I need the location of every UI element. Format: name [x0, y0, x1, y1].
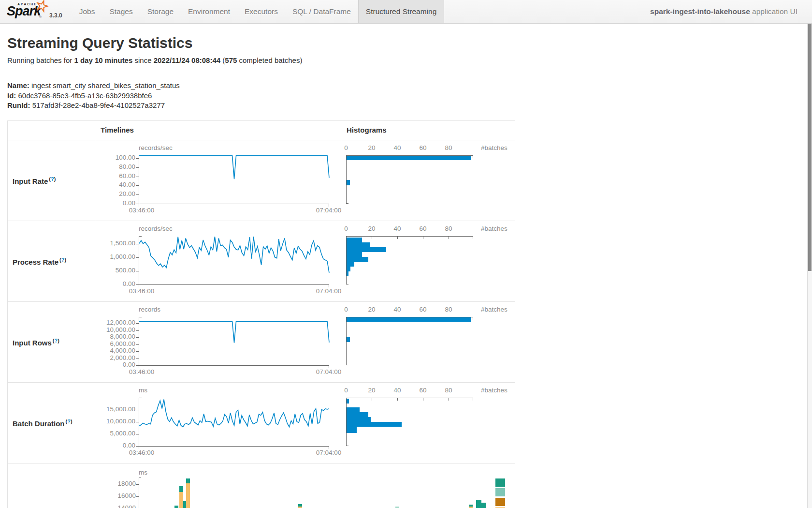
y-axis-tick: [136, 351, 139, 352]
help-link[interactable]: (?): [66, 418, 72, 424]
y-axis-tick: [136, 271, 139, 271]
table-body: Input Rate(?) records/sec 03:46:00 07:04…: [8, 140, 515, 463]
legend-swatch: [495, 488, 505, 496]
y-tick-label: 0.00: [95, 442, 135, 449]
y-axis-tick: [136, 177, 139, 177]
since-text: since: [132, 56, 153, 64]
timeline-line: [139, 237, 329, 273]
metric-label: Process Rate: [13, 258, 58, 266]
app-title-suffix: application UI: [750, 7, 798, 15]
histogram-bar: [347, 407, 360, 412]
histogram-bar: [347, 242, 370, 247]
batches-axis-label: #batches: [481, 225, 508, 232]
x-tick-label: 03:46:00: [125, 368, 158, 375]
axis-unit-label: ms: [139, 469, 147, 476]
tab-executors[interactable]: Executors: [237, 0, 285, 23]
metric-label-wrap: Process Rate(?): [13, 257, 66, 266]
batches-suffix: completed batches): [237, 56, 302, 64]
histogram-tick-label: 80: [439, 144, 458, 151]
x-axis-tick: [473, 398, 473, 401]
help-link[interactable]: (?): [53, 338, 59, 344]
y-axis-tick: [136, 167, 139, 168]
start-time: 2022/11/24 08:08:44: [154, 56, 220, 64]
running-duration: 1 day 10 minutes: [74, 56, 132, 64]
y-tick-label: 6,000.00: [95, 340, 135, 347]
histogram-bar: [347, 247, 386, 252]
timeline-chart: records 03:46:00 07:04:00 12,000.0010,00…: [95, 302, 341, 382]
tab-jobs[interactable]: Jobs: [72, 0, 102, 23]
histogram-bar: [347, 317, 471, 322]
y-tick-label: 14000: [95, 504, 136, 508]
stacked-bar-segment: [476, 500, 481, 508]
plot-area: [139, 155, 329, 204]
histogram-bar: [347, 399, 349, 403]
y-tick-label: 5,000.00: [95, 430, 135, 437]
histogram-tick-label: 80: [439, 306, 458, 313]
x-tick-label: 03:46:00: [125, 287, 158, 295]
help-link[interactable]: (?): [59, 257, 66, 263]
y-axis-tick: [136, 330, 139, 331]
y-axis-tick: [136, 446, 139, 447]
help-link[interactable]: (?): [49, 176, 56, 182]
timeline-line: [139, 156, 329, 179]
histogram-bar: [347, 267, 350, 271]
y-tick-label: 8,000.00: [95, 333, 135, 340]
x-tick-label: 03:46:00: [125, 449, 158, 456]
y-tick-label: 500.00: [95, 267, 135, 274]
y-tick-label: 4,000.00: [95, 347, 135, 354]
x-axis-tick: [423, 237, 423, 239]
spark-logo[interactable]: APACHE Spark ™ ☆: [6, 0, 47, 23]
name-label: Name:: [7, 81, 29, 90]
axis-unit-label: records/sec: [139, 144, 173, 151]
trademark-mark: ™: [39, 16, 42, 19]
histogram-tick-label: 80: [439, 387, 458, 394]
metric-label: Input Rate: [13, 177, 48, 185]
operation-duration-row: ms 180001600014000: [8, 463, 515, 508]
histogram-tick-label: 20: [362, 387, 381, 394]
scrollbar-track[interactable]: [807, 0, 812, 508]
table-row: Process Rate(?) records/sec 03:46:00 07:…: [8, 221, 515, 302]
batches-axis-label: #batches: [481, 387, 508, 394]
timeline-chart: records/sec 03:46:00 07:04:00 1,500.001,…: [95, 221, 341, 301]
y-axis-tick: [136, 158, 139, 159]
table-row: Input Rows(?) records 03:46:00 07:04:00 …: [8, 302, 515, 383]
histogram-chart: #batches 020406080: [341, 383, 515, 463]
x-axis-tick: [449, 398, 449, 401]
metric-label-cell: Process Rate(?): [8, 221, 95, 301]
running-status: Running batches for 1 day 10 minutes sin…: [7, 56, 302, 64]
table-row: Input Rate(?) records/sec 03:46:00 07:04…: [8, 140, 515, 221]
x-axis-tick: [372, 398, 372, 401]
x-axis-tick: [372, 237, 372, 239]
x-tick-label: 07:04:00: [312, 287, 345, 295]
tab-stages[interactable]: Stages: [102, 0, 140, 23]
query-runid-line: RunId: 517afd3f-28e2-4ba8-9fe4-4102527a3…: [7, 101, 180, 111]
x-axis-tick: [473, 156, 473, 158]
x-tick-label: 07:04:00: [312, 449, 345, 456]
scrollbar-thumb[interactable]: [808, 0, 812, 271]
metric-label-wrap: Input Rows(?): [13, 338, 59, 347]
metric-label-wrap: Input Rate(?): [13, 176, 56, 185]
tab-environment[interactable]: Environment: [181, 0, 237, 23]
tab-storage[interactable]: Storage: [140, 0, 181, 23]
y-axis-tick: [136, 194, 139, 195]
histogram-tick-label: 0: [336, 144, 356, 151]
histogram-bar: [347, 271, 348, 276]
metric-label-cell: Batch Duration(?): [8, 383, 95, 463]
stacked-bar-segment: [186, 478, 190, 483]
histogram-tick-label: 0: [336, 225, 356, 232]
histogram-bar: [347, 180, 350, 185]
timeline-chart: records/sec 03:46:00 07:04:00 100.0080.0…: [95, 140, 341, 221]
y-axis-tick: [136, 410, 139, 410]
id-label: Id:: [7, 91, 16, 100]
y-axis-tick: [136, 204, 139, 204]
tab-sql-dataframe[interactable]: SQL / DataFrame: [285, 0, 358, 23]
y-tick-label: 18000: [95, 480, 136, 487]
y-tick-label: 0.00: [95, 199, 135, 207]
batches-axis-label: #batches: [481, 144, 508, 151]
page-content: Streaming Query Statistics Running batch…: [0, 23, 812, 508]
histogram-x-axis: [346, 398, 473, 398]
app-name: spark-ingest-into-lakehouse: [650, 7, 750, 15]
y-axis: [139, 478, 139, 508]
tab-structured-streaming[interactable]: Structured Streaming: [358, 0, 444, 23]
y-axis-tick: [136, 359, 139, 359]
